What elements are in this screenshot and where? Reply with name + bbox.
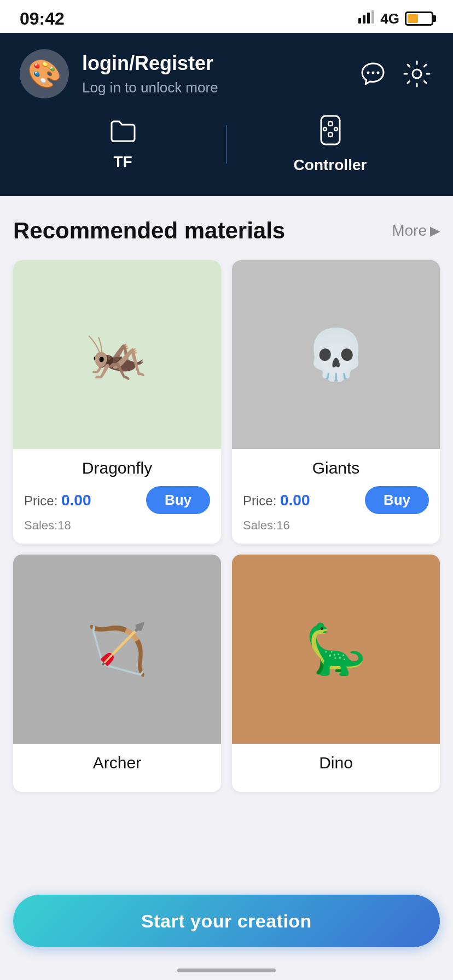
- material-card-dino: 🦕 Dino: [232, 555, 440, 791]
- material-name-dino: Dino: [243, 754, 429, 772]
- material-price-row-giants: Price: 0.00 Buy: [243, 486, 429, 514]
- nav-item-tf[interactable]: TF: [20, 118, 226, 171]
- svg-point-10: [328, 132, 333, 137]
- avatar[interactable]: 🎨: [20, 49, 69, 98]
- status-time: 09:42: [20, 9, 65, 29]
- home-indicator: [177, 969, 276, 972]
- svg-rect-0: [358, 18, 361, 24]
- material-name-giants: Giants: [243, 459, 429, 477]
- battery-icon: [405, 11, 433, 26]
- svg-rect-1: [363, 15, 365, 24]
- signal-icon: [358, 10, 375, 27]
- header-left: 🎨 login/Register Log in to unlock more: [20, 49, 218, 98]
- price-value-giants: 0.00: [280, 492, 310, 509]
- chat-button[interactable]: [357, 57, 390, 90]
- header-nav: TF Controller: [20, 115, 433, 174]
- header-user-info: login/Register Log in to unlock more: [82, 52, 218, 96]
- materials-grid: 🦗 Dragonfly Price: 0.00 Buy Sales:18: [13, 260, 440, 792]
- material-image-giants: 💀: [232, 260, 440, 449]
- main-content: Recommended materials More ▶ 🦗 Dragonfly…: [0, 196, 453, 879]
- more-arrow-icon: ▶: [430, 223, 440, 238]
- material-image-archer: 🏹: [13, 555, 221, 743]
- header-actions: [357, 57, 433, 90]
- chat-icon: [358, 59, 388, 89]
- price-label-dragonfly: Price:: [24, 493, 61, 508]
- start-creation-button[interactable]: Start your creation: [13, 895, 440, 947]
- material-info-giants: Giants Price: 0.00 Buy Sales:16: [232, 449, 440, 544]
- settings-button[interactable]: [400, 57, 433, 90]
- sales-row-giants: Sales:16: [243, 518, 429, 533]
- nav-controller-label: Controller: [294, 156, 367, 174]
- svg-rect-2: [367, 13, 370, 24]
- folder-icon: [109, 118, 137, 148]
- material-info-dragonfly: Dragonfly Price: 0.00 Buy Sales:18: [13, 449, 221, 544]
- material-info-dino: Dino: [232, 744, 440, 792]
- sales-text-dragonfly: Sales:18: [24, 518, 71, 532]
- battery-fill: [408, 14, 418, 23]
- material-name-dragonfly: Dragonfly: [24, 459, 210, 477]
- buy-button-dragonfly[interactable]: Buy: [146, 486, 210, 514]
- start-creation-label: Start your creation: [141, 911, 312, 932]
- status-icons: 4G: [358, 10, 433, 27]
- nav-item-controller[interactable]: Controller: [227, 115, 433, 174]
- price-label-giants: Price:: [243, 493, 280, 508]
- material-card-dragonfly: 🦗 Dragonfly Price: 0.00 Buy Sales:18: [13, 260, 221, 544]
- svg-point-4: [367, 72, 370, 74]
- header: 🎨 login/Register Log in to unlock more: [0, 33, 453, 196]
- nav-tf-label: TF: [113, 153, 132, 171]
- controller-icon: [318, 115, 343, 151]
- material-emoji-giants: 💀: [305, 326, 367, 383]
- sales-text-giants: Sales:16: [243, 518, 290, 532]
- material-image-dragonfly: 🦗: [13, 260, 221, 449]
- svg-point-5: [372, 72, 375, 74]
- section-title: Recommended materials: [13, 218, 285, 244]
- svg-point-9: [328, 121, 333, 126]
- settings-icon: [402, 59, 432, 89]
- avatar-icon: 🎨: [27, 58, 61, 90]
- price-value-dragonfly: 0.00: [61, 492, 91, 509]
- material-info-archer: Archer: [13, 744, 221, 792]
- svg-point-6: [377, 72, 380, 74]
- carrier-label: 4G: [380, 10, 399, 27]
- more-label[interactable]: More: [392, 222, 427, 240]
- login-subtitle: Log in to unlock more: [82, 79, 218, 96]
- material-price-row-dragonfly: Price: 0.00 Buy: [24, 486, 210, 514]
- svg-point-11: [323, 127, 327, 131]
- buy-button-giants[interactable]: Buy: [365, 486, 429, 514]
- svg-point-7: [413, 69, 421, 78]
- material-emoji-archer: 🏹: [86, 621, 148, 678]
- sales-row-dragonfly: Sales:18: [24, 518, 210, 533]
- svg-point-12: [334, 127, 338, 131]
- material-emoji-dragonfly: 🦗: [86, 326, 148, 383]
- material-image-dino: 🦕: [232, 555, 440, 743]
- more-link[interactable]: More ▶: [392, 222, 440, 240]
- material-card-giants: 💀 Giants Price: 0.00 Buy Sales:16: [232, 260, 440, 544]
- header-top: 🎨 login/Register Log in to unlock more: [20, 49, 433, 98]
- material-card-archer: 🏹 Archer: [13, 555, 221, 791]
- svg-rect-3: [371, 10, 374, 24]
- material-emoji-dino: 🦕: [305, 621, 367, 678]
- login-register-text[interactable]: login/Register: [82, 52, 218, 75]
- status-bar: 09:42 4G: [0, 0, 453, 33]
- section-header: Recommended materials More ▶: [13, 218, 440, 244]
- material-name-archer: Archer: [24, 754, 210, 772]
